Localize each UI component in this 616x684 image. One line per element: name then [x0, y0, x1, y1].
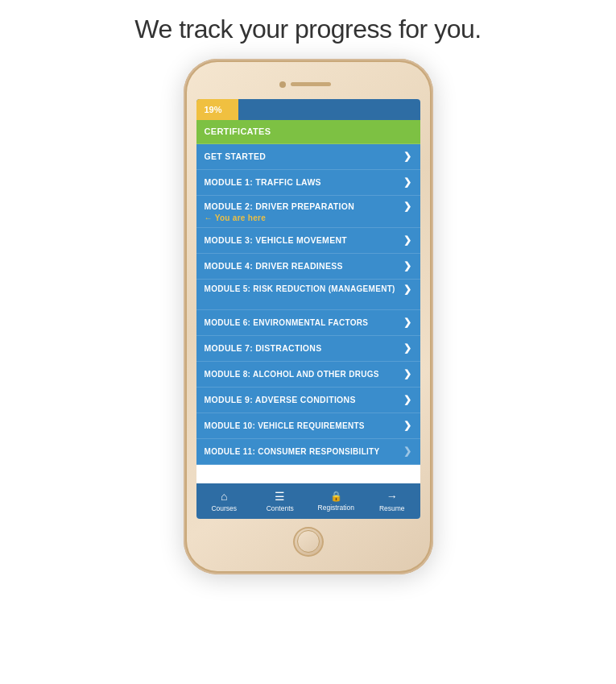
arrow-icon: ❯: [403, 394, 411, 405]
arrow-icon: ❯: [403, 446, 411, 457]
menu-item-module-11[interactable]: MODULE 11: CONSUMER RESPONSIBILITY ❯: [196, 439, 420, 465]
menu-item-module-5[interactable]: MODULE 5: RISK REDUCTION (MANAGEMENT) ❯: [196, 280, 420, 310]
phone-top: [193, 73, 424, 96]
courses-icon: ⌂: [221, 490, 227, 503]
menu-item-get-started[interactable]: GET STARTED ❯: [196, 144, 420, 170]
arrow-icon: ❯: [403, 342, 411, 354]
nav-item-contents[interactable]: ☰ Contents: [252, 490, 308, 512]
arrow-icon: ❯: [403, 176, 411, 188]
home-button[interactable]: [293, 527, 324, 557]
you-are-here-label: ← You are here: [205, 213, 267, 222]
menu-item-module-2[interactable]: MODULE 2: DRIVER PREPARATION ❯ ← You are…: [196, 196, 420, 228]
camera-icon: [279, 81, 286, 88]
menu-item-label: MODULE 7: DISTRACTIONS: [205, 343, 322, 353]
nav-item-registration[interactable]: 🔒 Registration: [308, 491, 365, 512]
registration-icon: 🔒: [330, 491, 342, 502]
nav-item-resume[interactable]: → Resume: [364, 490, 420, 512]
phone-shell: 19% CERTIFICATES GET STARTED ❯ MODULE 1:…: [184, 59, 433, 574]
menu-item-label: GET STARTED: [205, 151, 267, 161]
menu-item-label: MODULE 11: CONSUMER RESPONSIBILITY: [205, 447, 380, 456]
speaker: [291, 82, 331, 86]
menu-item-label: MODULE 4: DRIVER READINESS: [205, 261, 343, 271]
menu-item-label: MODULE 3: VEHICLE MOVEMENT: [205, 235, 348, 245]
home-button-inner: [297, 530, 320, 553]
page-heading: We track your progress for you.: [134, 15, 481, 44]
menu-item-certificates[interactable]: CERTIFICATES: [196, 120, 420, 144]
arrow-icon: ❯: [403, 234, 411, 246]
menu-item-label: MODULE 10: VEHICLE REQUIREMENTS: [205, 421, 365, 430]
menu-item-label: MODULE 6: ENVIRONMENTAL FACTORS: [205, 318, 369, 327]
nav-label: Registration: [318, 504, 354, 512]
progress-label: 19%: [200, 105, 222, 114]
nav-label: Courses: [211, 504, 237, 512]
arrow-icon: ❯: [403, 284, 411, 295]
arrow-icon: ❯: [403, 151, 411, 162]
arrow-icon: ❯: [403, 420, 411, 431]
menu-item-module-10[interactable]: MODULE 10: VEHICLE REQUIREMENTS ❯: [196, 413, 420, 439]
menu-item-label: MODULE 2: DRIVER PREPARATION: [205, 201, 355, 211]
contents-icon: ☰: [275, 490, 285, 503]
menu-item-module-9[interactable]: MODULE 9: ADVERSE CONDITIONS ❯: [196, 388, 420, 413]
menu-item-row: MODULE 5: RISK REDUCTION (MANAGEMENT) ❯: [205, 284, 412, 295]
menu-item-label: MODULE 8: ALCOHOL AND OTHER DRUGS: [205, 370, 379, 379]
menu-list: CERTIFICATES GET STARTED ❯ MODULE 1: TRA…: [196, 120, 420, 483]
menu-item-row: MODULE 2: DRIVER PREPARATION ❯: [205, 201, 412, 212]
nav-label: Resume: [379, 504, 405, 512]
bottom-nav: ⌂ Courses ☰ Contents 🔒 Registration → Re…: [196, 483, 420, 519]
menu-item-label: CERTIFICATES: [205, 126, 271, 136]
arrow-icon: ❯: [403, 317, 411, 328]
arrow-icon: ❯: [403, 260, 411, 272]
resume-icon: →: [387, 490, 398, 503]
menu-item-label: MODULE 5: RISK REDUCTION (MANAGEMENT): [205, 284, 395, 294]
menu-item-module-7[interactable]: MODULE 7: DISTRACTIONS ❯: [196, 336, 420, 362]
menu-item-module-3[interactable]: MODULE 3: VEHICLE MOVEMENT ❯: [196, 228, 420, 254]
nav-label: Contents: [267, 504, 294, 512]
menu-item-module-6[interactable]: MODULE 6: ENVIRONMENTAL FACTORS ❯: [196, 310, 420, 336]
menu-item-label: MODULE 9: ADVERSE CONDITIONS: [205, 395, 356, 404]
arrow-icon: ❯: [403, 368, 411, 379]
menu-item-module-8[interactable]: MODULE 8: ALCOHOL AND OTHER DRUGS ❯: [196, 362, 420, 388]
progress-bar: 19%: [196, 99, 420, 120]
nav-item-courses[interactable]: ⌂ Courses: [196, 490, 253, 512]
phone-screen: 19% CERTIFICATES GET STARTED ❯ MODULE 1:…: [196, 99, 420, 519]
menu-item-label: MODULE 1: TRAFFIC LAWS: [205, 177, 321, 187]
menu-item-module-1[interactable]: MODULE 1: TRAFFIC LAWS ❯: [196, 170, 420, 196]
menu-item-module-4[interactable]: MODULE 4: DRIVER READINESS ❯: [196, 254, 420, 280]
arrow-icon: ❯: [403, 201, 411, 212]
